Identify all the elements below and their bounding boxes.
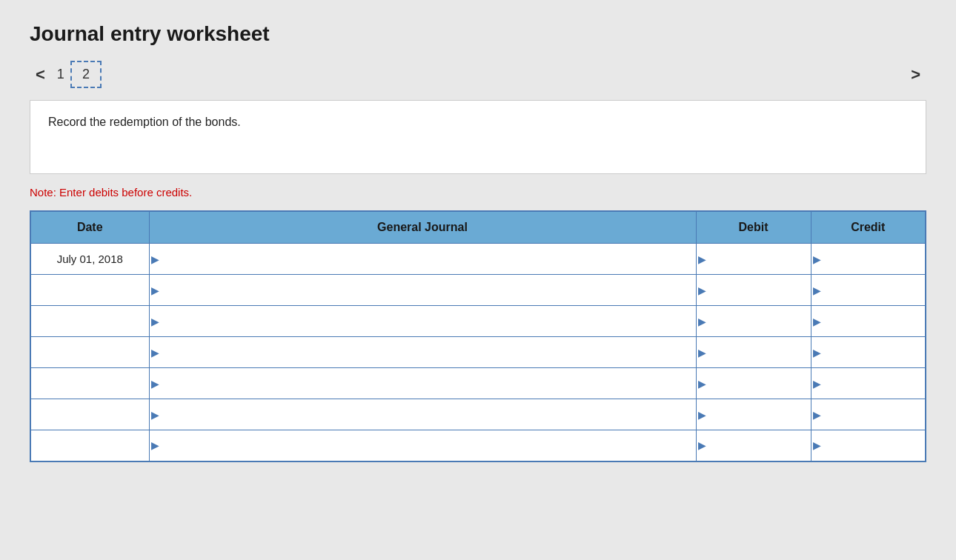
table-row: ▶▶▶ [30,399,926,430]
credit-cell-0[interactable]: ▶ [811,244,926,275]
date-cell-5 [30,399,149,430]
credit-arrow-icon: ▶ [813,316,821,327]
journal-cell-5[interactable]: ▶ [149,399,696,430]
page-2-button[interactable]: 2 [70,61,102,88]
credit-input-5[interactable] [811,399,926,430]
debit-input-0[interactable] [697,244,811,274]
table-row: ▶▶▶ [30,306,926,337]
debit-cell-5[interactable]: ▶ [696,399,811,430]
debit-cell-0[interactable]: ▶ [696,244,811,275]
prev-arrow[interactable]: < [30,62,51,87]
journal-cell-2[interactable]: ▶ [149,306,696,337]
debit-arrow-icon: ▶ [698,316,706,327]
credit-arrow-icon: ▶ [813,439,821,451]
credit-arrow-icon: ▶ [813,253,821,265]
journal-cell-6[interactable]: ▶ [149,430,696,461]
date-cell-0: July 01, 2018 [30,244,149,275]
header-date: Date [30,211,149,244]
entry-arrow-icon: ▶ [151,347,159,359]
debit-input-5[interactable] [697,399,811,430]
table-row: ▶▶▶ [30,337,926,368]
credit-cell-5[interactable]: ▶ [811,399,926,430]
entry-arrow-icon: ▶ [151,316,159,327]
table-row: ▶▶▶ [30,430,926,461]
date-cell-1 [30,275,149,306]
journal-input-2[interactable] [150,306,696,336]
credit-cell-4[interactable]: ▶ [811,368,926,399]
journal-input-3[interactable] [150,337,696,367]
table-row: July 01, 2018▶▶▶ [30,244,926,275]
debit-cell-6[interactable]: ▶ [696,430,811,461]
date-cell-4 [30,368,149,399]
debit-arrow-icon: ▶ [698,347,706,359]
credit-cell-3[interactable]: ▶ [811,337,926,368]
instruction-box: Record the redemption of the bonds. [30,100,926,174]
debit-input-6[interactable] [697,430,811,461]
debit-cell-4[interactable]: ▶ [696,368,811,399]
journal-input-6[interactable] [150,430,696,461]
credit-input-1[interactable] [811,275,926,305]
note-text: Note: Enter debits before credits. [30,186,926,199]
page-1-button[interactable]: 1 [57,67,64,82]
journal-input-0[interactable] [150,244,696,274]
credit-arrow-icon: ▶ [813,284,821,296]
debit-input-2[interactable] [697,306,811,336]
debit-cell-1[interactable]: ▶ [696,275,811,306]
credit-input-3[interactable] [811,337,926,367]
table-header-row: Date General Journal Debit Credit [30,211,926,244]
debit-arrow-icon: ▶ [698,253,706,265]
credit-input-4[interactable] [811,368,926,399]
journal-input-1[interactable] [150,275,696,305]
credit-cell-6[interactable]: ▶ [811,430,926,461]
next-arrow[interactable]: > [905,62,926,87]
entry-arrow-icon: ▶ [151,409,159,421]
entry-arrow-icon: ▶ [151,378,159,390]
date-cell-6 [30,430,149,461]
debit-arrow-icon: ▶ [698,284,706,296]
entry-arrow-icon: ▶ [151,439,159,451]
header-credit: Credit [811,211,926,244]
journal-input-4[interactable] [150,368,696,399]
debit-cell-3[interactable]: ▶ [696,337,811,368]
journal-input-5[interactable] [150,399,696,430]
journal-cell-3[interactable]: ▶ [149,337,696,368]
table-row: ▶▶▶ [30,368,926,399]
debit-input-3[interactable] [697,337,811,367]
date-cell-3 [30,337,149,368]
table-row: ▶▶▶ [30,275,926,306]
page-title: Journal entry worksheet [30,22,926,46]
entry-arrow-icon: ▶ [151,284,159,296]
journal-cell-0[interactable]: ▶ [149,244,696,275]
journal-cell-1[interactable]: ▶ [149,275,696,306]
entry-arrow-icon: ▶ [151,253,159,265]
credit-input-0[interactable] [811,244,926,274]
journal-cell-4[interactable]: ▶ [149,368,696,399]
debit-arrow-icon: ▶ [698,409,706,421]
credit-input-2[interactable] [811,306,926,336]
debit-input-4[interactable] [697,368,811,399]
header-debit: Debit [696,211,811,244]
credit-cell-1[interactable]: ▶ [811,275,926,306]
navigation-row: < 1 2 > [30,61,926,88]
credit-arrow-icon: ▶ [813,409,821,421]
debit-arrow-icon: ▶ [698,378,706,390]
debit-cell-2[interactable]: ▶ [696,306,811,337]
credit-cell-2[interactable]: ▶ [811,306,926,337]
credit-arrow-icon: ▶ [813,347,821,359]
header-general-journal: General Journal [149,211,696,244]
debit-input-1[interactable] [697,275,811,305]
debit-arrow-icon: ▶ [698,439,706,451]
journal-table: Date General Journal Debit Credit July 0… [30,210,926,462]
instruction-text: Record the redemption of the bonds. [48,116,241,128]
date-cell-2 [30,306,149,337]
credit-input-6[interactable] [811,430,926,461]
credit-arrow-icon: ▶ [813,378,821,390]
